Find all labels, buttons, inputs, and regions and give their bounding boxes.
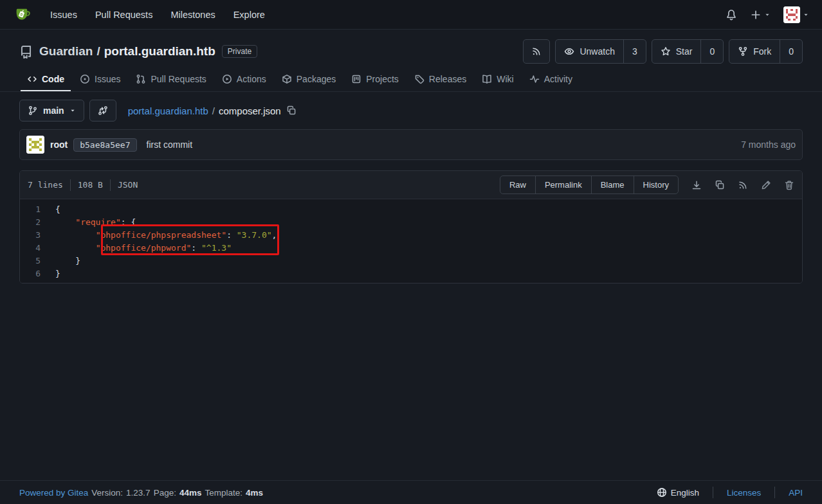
commit-author-name[interactable]: root xyxy=(50,140,68,150)
line-number[interactable]: 2 xyxy=(20,216,55,229)
footer: Powered by Gitea Version: 1.23.7 Page: 4… xyxy=(0,480,822,504)
footer-info: Powered by Gitea Version: 1.23.7 Page: 4… xyxy=(19,488,263,498)
package-icon xyxy=(282,74,292,84)
copy-file-icon[interactable] xyxy=(715,180,725,190)
permalink-button[interactable]: Permalink xyxy=(535,176,591,194)
line-number[interactable]: 6 xyxy=(20,267,55,280)
user-menu-button[interactable] xyxy=(783,6,809,23)
code-line: 2 "require": { xyxy=(20,216,802,229)
repo-name-link[interactable]: portal.guardian.htb xyxy=(104,44,215,59)
tab-projects[interactable]: Projects xyxy=(345,69,405,91)
rss-icon[interactable] xyxy=(738,180,748,190)
file-lines-count: 7 lines xyxy=(28,180,63,190)
tab-actions[interactable]: Actions xyxy=(215,69,273,91)
tab-code[interactable]: Code xyxy=(21,69,71,91)
line-number[interactable]: 4 xyxy=(20,242,55,255)
licenses-link[interactable]: Licenses xyxy=(727,488,761,498)
top-navbar: Issues Pull Requests Milestones Explore xyxy=(0,0,822,30)
create-new-button[interactable] xyxy=(750,9,771,21)
main-content: Guardian / portal.guardian.htb Private U… xyxy=(0,30,822,284)
code-icon xyxy=(27,74,37,84)
repo-title: Guardian / portal.guardian.htb xyxy=(39,44,215,59)
bell-icon[interactable] xyxy=(726,9,737,21)
forks-count[interactable]: 0 xyxy=(780,40,802,63)
globe-icon xyxy=(657,487,667,498)
project-icon xyxy=(351,74,361,84)
gitea-logo-icon[interactable] xyxy=(13,5,32,24)
tab-wiki[interactable]: Wiki xyxy=(475,69,520,91)
code-line: 3 "phpoffice/phpspreadsheet": "3.7.0", xyxy=(20,229,802,242)
rss-icon xyxy=(531,46,542,57)
copy-path-icon[interactable] xyxy=(286,105,297,116)
line-number[interactable]: 5 xyxy=(20,255,55,267)
commit-message-link[interactable]: first commit xyxy=(147,140,193,150)
code-text: { xyxy=(55,203,60,216)
blame-button[interactable]: Blame xyxy=(591,176,634,194)
branch-selector[interactable]: main xyxy=(19,100,84,122)
star-label: Star xyxy=(676,46,693,57)
fork-button[interactable]: Fork 0 xyxy=(729,39,803,64)
commit-author-avatar[interactable] xyxy=(26,136,44,154)
tab-releases[interactable]: Releases xyxy=(408,69,473,91)
issue-icon xyxy=(80,74,90,84)
file-language: JSON xyxy=(118,180,138,190)
commit-time: 7 months ago xyxy=(741,140,796,150)
file-view-button-group: Raw Permalink Blame History xyxy=(500,176,679,194)
code-text: } xyxy=(55,255,80,267)
history-button[interactable]: History xyxy=(634,176,678,194)
fork-icon xyxy=(738,46,748,57)
tab-pull-requests[interactable]: Pull Requests xyxy=(129,69,212,91)
star-button[interactable]: Star 0 xyxy=(652,39,724,64)
unwatch-button[interactable]: Unwatch 3 xyxy=(555,39,646,64)
user-avatar xyxy=(783,6,800,23)
nav-link-issues[interactable]: Issues xyxy=(41,10,86,20)
line-number[interactable]: 3 xyxy=(20,229,55,242)
compare-button[interactable] xyxy=(89,100,116,122)
nav-link-milestones[interactable]: Milestones xyxy=(161,10,224,20)
powered-by-gitea-link[interactable]: Powered by Gitea xyxy=(19,488,88,498)
tag-icon xyxy=(414,74,425,84)
repo-actions: Unwatch 3 Star 0 Fork 0 xyxy=(523,39,803,64)
tab-activity[interactable]: Activity xyxy=(523,69,579,91)
api-link[interactable]: API xyxy=(789,488,803,498)
trash-icon[interactable] xyxy=(784,180,794,190)
commit-sha-button[interactable]: b5ae8a5ee7 xyxy=(73,138,136,152)
pencil-icon[interactable] xyxy=(761,180,771,190)
repo-title-separator: / xyxy=(96,44,100,59)
plus-icon xyxy=(750,9,762,21)
code-text: } xyxy=(55,267,60,280)
gitea-version: 1.23.7 xyxy=(126,488,151,498)
download-icon[interactable] xyxy=(691,180,702,190)
nav-link-pull-requests[interactable]: Pull Requests xyxy=(86,10,161,20)
private-badge: Private xyxy=(222,45,257,58)
footer-links: English Licenses API xyxy=(657,487,803,498)
file-header: 7 lines 108 B JSON Raw Permalink Blame H… xyxy=(20,171,802,199)
breadcrumb-repo-link[interactable]: portal.guardian.htb xyxy=(128,105,208,116)
branch-bar: main portal.guardian.htb / composer.json xyxy=(0,100,822,122)
code-text: "require": { xyxy=(55,216,136,229)
stars-count[interactable]: 0 xyxy=(700,40,723,63)
tab-packages[interactable]: Packages xyxy=(275,69,342,91)
nav-link-explore[interactable]: Explore xyxy=(224,10,274,20)
breadcrumb: portal.guardian.htb / composer.json xyxy=(128,105,297,116)
raw-button[interactable]: Raw xyxy=(500,176,535,194)
repo-book-icon xyxy=(19,45,33,59)
code-line: 6} xyxy=(20,267,802,280)
language-selector[interactable]: English xyxy=(657,487,699,498)
code-text: "phpoffice/phpspreadsheet": "3.7.0", xyxy=(55,229,277,242)
tab-issues[interactable]: Issues xyxy=(73,69,127,91)
rss-feed-button[interactable] xyxy=(523,39,550,64)
repo-header: Guardian / portal.guardian.htb Private U… xyxy=(0,30,822,64)
latest-commit-bar: root b5ae8a5ee7 first commit 7 months ag… xyxy=(19,129,803,160)
watchers-count[interactable]: 3 xyxy=(623,40,646,63)
repo-owner-link[interactable]: Guardian xyxy=(39,44,93,59)
branch-name: main xyxy=(43,105,64,116)
code-line: 4 "phpoffice/phpword": "^1.3" xyxy=(20,242,802,255)
fork-label: Fork xyxy=(753,46,771,57)
book-icon xyxy=(482,74,492,84)
file-actions: Raw Permalink Blame History xyxy=(500,176,794,194)
code-line: 1{ xyxy=(20,203,802,216)
page-render-time: 44ms xyxy=(179,488,202,498)
eye-icon xyxy=(564,46,574,57)
line-number[interactable]: 1 xyxy=(20,203,55,216)
